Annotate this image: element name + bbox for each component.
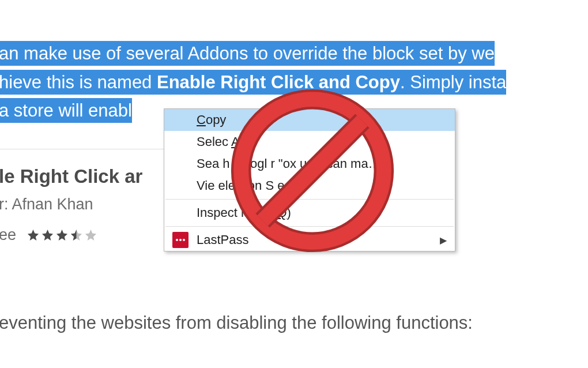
star-half-icon bbox=[70, 228, 83, 242]
star-icon bbox=[27, 228, 40, 242]
menu-item-copy[interactable]: Copy bbox=[164, 109, 455, 131]
menu-item-view-source[interactable]: Vie election S e bbox=[164, 175, 455, 197]
menu-item-select-all[interactable]: Selec All bbox=[164, 131, 455, 153]
chevron-right-icon: ▶ bbox=[440, 235, 447, 246]
selected-text-line2a: hieve this is named bbox=[0, 70, 157, 95]
lastpass-icon bbox=[172, 232, 189, 248]
menu-item-inspect[interactable]: Inspect ment (Q) bbox=[164, 202, 455, 224]
article-content: an make use of several Addons to overrid… bbox=[0, 0, 588, 125]
menu-item-search-google[interactable]: Sea h Googl r "ox us s can ma…" bbox=[164, 153, 455, 175]
star-icon bbox=[41, 228, 54, 242]
selected-text-line3: a store will enabl bbox=[0, 98, 132, 123]
rating-stars bbox=[27, 228, 97, 242]
article-body-text: eventing the websites from disabling the… bbox=[0, 313, 473, 333]
menu-separator bbox=[165, 199, 454, 200]
menu-separator bbox=[165, 226, 454, 227]
selected-text-bold: Enable Right Click and Copy bbox=[157, 70, 400, 95]
menu-item-lastpass[interactable]: LastPass ▶ bbox=[164, 229, 455, 251]
star-empty-icon bbox=[84, 228, 97, 242]
extension-price: ee bbox=[0, 226, 16, 244]
context-menu[interactable]: Copy Selec All Sea h Googl r "ox us s ca… bbox=[164, 108, 455, 251]
selected-text-line2b: . Simply insta bbox=[400, 70, 506, 95]
star-icon bbox=[55, 228, 69, 242]
selected-text-line1: an make use of several Addons to overrid… bbox=[0, 41, 495, 66]
